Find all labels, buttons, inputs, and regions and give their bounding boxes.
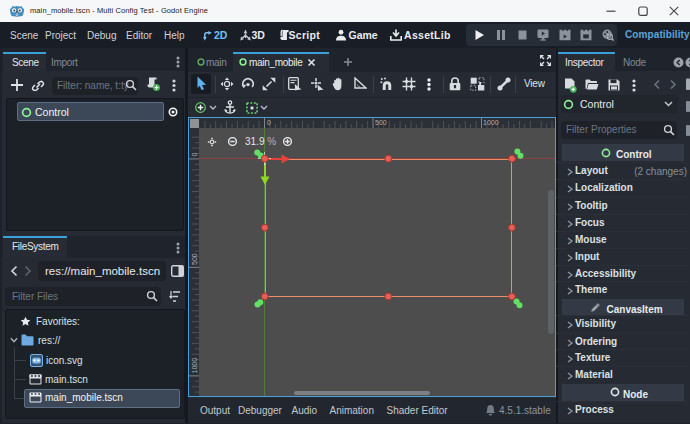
svg-text:1000: 1000 [191, 358, 198, 374]
svg-text:0: 0 [191, 153, 198, 157]
svg-text:500: 500 [191, 253, 198, 265]
